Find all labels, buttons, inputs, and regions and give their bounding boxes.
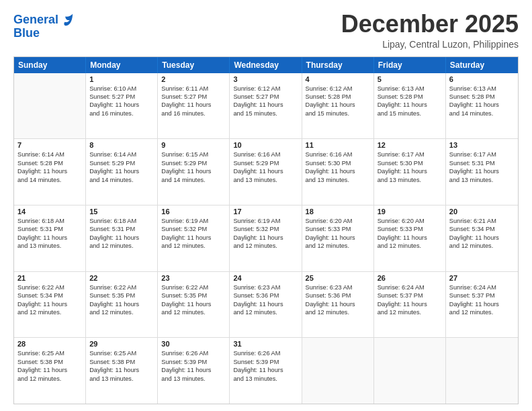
cell-info-line: Sunset: 5:38 PM	[89, 358, 154, 366]
cell-info-line: and 12 minutes.	[306, 308, 370, 316]
cell-info-line: Sunset: 5:34 PM	[449, 225, 515, 233]
cell-info-line: Sunrise: 6:13 AM	[378, 85, 442, 93]
cell-info-line: Sunrise: 6:17 AM	[378, 150, 442, 158]
cell-info-line: Daylight: 11 hours	[161, 366, 226, 374]
cell-info-line: and 12 minutes.	[161, 308, 226, 316]
cell-info-line: and 13 minutes.	[161, 375, 226, 383]
cell-info-line: Daylight: 11 hours	[89, 167, 154, 175]
cell-info-line: Sunrise: 6:23 AM	[306, 283, 370, 291]
cell-info-line: and 13 minutes.	[378, 176, 442, 184]
day-number: 2	[161, 75, 226, 83]
cell-info-line: Daylight: 11 hours	[233, 167, 298, 175]
header-day-tuesday: Tuesday	[158, 57, 230, 73]
calendar-cell: 17Sunrise: 6:19 AMSunset: 5:32 PMDayligh…	[230, 205, 302, 271]
day-number: 7	[17, 141, 82, 149]
cell-info-line: Daylight: 11 hours	[233, 234, 298, 242]
cell-info-line: Sunset: 5:37 PM	[378, 291, 442, 300]
cell-info-line: Daylight: 11 hours	[17, 300, 82, 308]
cell-info-line: and 15 minutes.	[306, 109, 370, 118]
calendar-cell: 5Sunrise: 6:13 AMSunset: 5:28 PMDaylight…	[374, 73, 446, 139]
day-number: 10	[233, 141, 298, 149]
day-number: 31	[233, 340, 298, 348]
cell-info-line: and 14 minutes.	[17, 176, 82, 184]
header: General Blue December 2025 Lipay, Centra…	[13, 11, 519, 50]
calendar-cell: 29Sunrise: 6:25 AMSunset: 5:38 PMDayligh…	[86, 338, 158, 404]
calendar-cell: 21Sunrise: 6:22 AMSunset: 5:34 PMDayligh…	[14, 272, 86, 338]
cell-info-line: Daylight: 11 hours	[161, 234, 226, 242]
cell-info-line: and 12 minutes.	[89, 308, 154, 316]
calendar-cell: 1Sunrise: 6:10 AMSunset: 5:27 PMDaylight…	[86, 73, 158, 139]
calendar-cell: 12Sunrise: 6:17 AMSunset: 5:30 PMDayligh…	[374, 139, 446, 205]
calendar-header: SundayMondayTuesdayWednesdayThursdayFrid…	[14, 57, 518, 73]
day-number: 9	[161, 141, 226, 149]
calendar-cell: 26Sunrise: 6:24 AMSunset: 5:37 PMDayligh…	[374, 272, 446, 338]
day-number: 14	[17, 208, 82, 216]
day-number: 20	[449, 208, 515, 216]
cell-info-line: Sunrise: 6:25 AM	[17, 349, 82, 357]
cell-info-line: Sunrise: 6:18 AM	[17, 217, 82, 225]
cell-info-line: Sunset: 5:28 PM	[378, 93, 442, 101]
calendar-cell: 7Sunrise: 6:14 AMSunset: 5:28 PMDaylight…	[14, 139, 86, 205]
cell-info-line: Sunrise: 6:16 AM	[306, 150, 370, 158]
day-number: 5	[378, 75, 442, 83]
cell-info-line: Sunrise: 6:15 AM	[161, 150, 226, 158]
cell-info-line: and 13 minutes.	[306, 176, 370, 184]
cell-info-line: Sunset: 5:29 PM	[233, 159, 298, 167]
calendar-cell: 11Sunrise: 6:16 AMSunset: 5:30 PMDayligh…	[302, 139, 374, 205]
cell-info-line: Daylight: 11 hours	[161, 101, 226, 109]
cell-info-line: and 12 minutes.	[89, 242, 154, 250]
cell-info-line: Daylight: 11 hours	[378, 234, 442, 242]
day-number: 27	[449, 274, 515, 282]
day-number: 25	[306, 274, 370, 282]
cell-info-line: Sunrise: 6:12 AM	[306, 85, 370, 93]
calendar-cell	[302, 338, 374, 404]
cell-info-line: Sunset: 5:30 PM	[306, 159, 370, 167]
logo-text: General	[13, 13, 58, 27]
cell-info-line: Sunset: 5:28 PM	[17, 159, 82, 167]
cell-info-line: and 16 minutes.	[161, 109, 226, 118]
cell-info-line: Sunset: 5:36 PM	[306, 291, 370, 300]
cell-info-line: Sunset: 5:36 PM	[233, 291, 298, 300]
cell-info-line: and 13 minutes.	[449, 176, 515, 184]
cell-info-line: Sunrise: 6:23 AM	[233, 283, 298, 291]
cell-info-line: Daylight: 11 hours	[161, 167, 226, 175]
cell-info-line: Sunrise: 6:12 AM	[233, 85, 298, 93]
calendar-row-2: 7Sunrise: 6:14 AMSunset: 5:28 PMDaylight…	[14, 139, 518, 205]
day-number: 11	[306, 141, 370, 149]
calendar-cell: 23Sunrise: 6:22 AMSunset: 5:35 PMDayligh…	[158, 272, 230, 338]
day-number: 22	[89, 274, 154, 282]
cell-info-line: Daylight: 11 hours	[306, 167, 370, 175]
cell-info-line: Sunrise: 6:19 AM	[233, 217, 298, 225]
cell-info-line: Sunset: 5:35 PM	[89, 291, 154, 300]
day-number: 26	[378, 274, 442, 282]
cell-info-line: and 15 minutes.	[233, 109, 298, 118]
cell-info-line: Sunset: 5:27 PM	[233, 93, 298, 101]
cell-info-line: and 12 minutes.	[378, 242, 442, 250]
cell-info-line: Sunrise: 6:22 AM	[89, 283, 154, 291]
cell-info-line: Sunrise: 6:20 AM	[306, 217, 370, 225]
calendar-cell: 6Sunrise: 6:13 AMSunset: 5:28 PMDaylight…	[446, 73, 518, 139]
cell-info-line: Daylight: 11 hours	[306, 300, 370, 308]
day-number: 13	[449, 141, 515, 149]
day-number: 18	[306, 208, 370, 216]
cell-info-line: Daylight: 11 hours	[89, 366, 154, 374]
page: General Blue December 2025 Lipay, Centra…	[0, 0, 532, 411]
calendar-cell: 10Sunrise: 6:16 AMSunset: 5:29 PMDayligh…	[230, 139, 302, 205]
calendar-cell	[446, 338, 518, 404]
cell-info-line: Sunrise: 6:26 AM	[233, 349, 298, 357]
cell-info-line: and 13 minutes.	[233, 176, 298, 184]
logo-text2: Blue	[13, 27, 75, 40]
calendar-cell: 2Sunrise: 6:11 AMSunset: 5:27 PMDaylight…	[158, 73, 230, 139]
header-day-saturday: Saturday	[446, 57, 518, 73]
day-number: 3	[233, 75, 298, 83]
header-day-wednesday: Wednesday	[230, 57, 302, 73]
day-number: 30	[161, 340, 226, 348]
cell-info-line: Sunrise: 6:22 AM	[17, 283, 82, 291]
calendar-cell: 20Sunrise: 6:21 AMSunset: 5:34 PMDayligh…	[446, 205, 518, 271]
day-number: 24	[233, 274, 298, 282]
cell-info-line: Sunset: 5:39 PM	[161, 358, 226, 366]
day-number: 4	[306, 75, 370, 83]
cell-info-line: Sunset: 5:30 PM	[378, 159, 442, 167]
day-number: 6	[449, 75, 515, 83]
title-area: December 2025 Lipay, Central Luzon, Phil…	[341, 11, 519, 50]
